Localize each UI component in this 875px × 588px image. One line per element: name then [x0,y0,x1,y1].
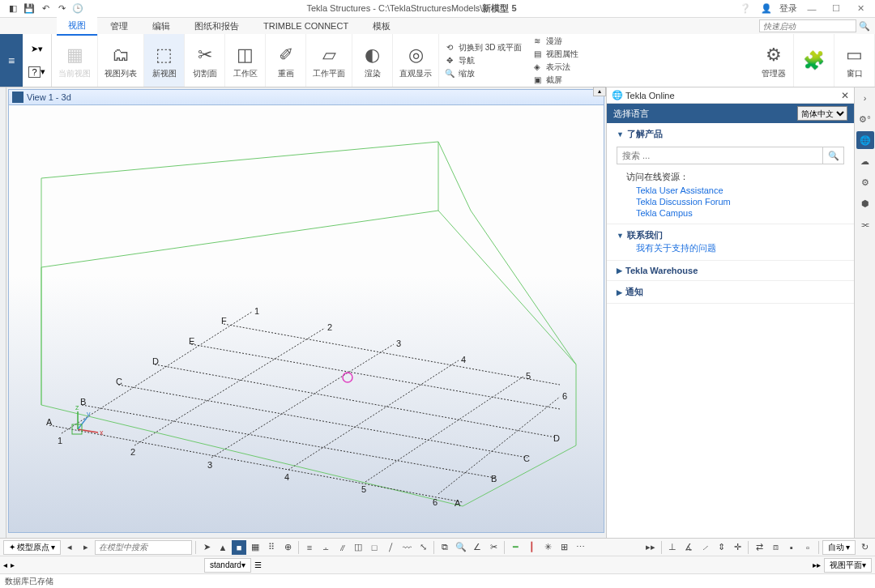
file-menu[interactable]: ≡ [0,34,23,87]
tab-view[interactable]: 视图 [57,17,97,36]
section-contact[interactable]: ▼联系我们 我有关于支持的问题 [607,224,854,261]
quick-launch-input[interactable] [759,19,856,32]
refresh-icon[interactable]: ↻ [857,540,872,555]
snap-flip-icon[interactable]: ⇄ [752,540,766,555]
close-button[interactable]: ✕ [851,3,870,14]
tool-grid-icon[interactable]: ▦ [248,540,262,555]
next-icon[interactable]: ▸ [79,540,93,555]
tool-square-icon[interactable]: □ [367,540,382,555]
ribbon-manager[interactable]: ⚙管理器 [753,34,794,87]
link-campus[interactable]: Tekla Campus [636,207,844,219]
ribbon-window[interactable]: ▭窗口 [834,34,875,87]
help-icon[interactable]: ❔ [737,2,753,16]
online-search-input[interactable] [617,147,823,164]
snap-line-icon[interactable]: ⟋ [698,540,712,555]
navigate[interactable]: ✥导航 [444,55,522,66]
snap-angle-icon[interactable]: ∡ [681,540,696,555]
section-learn[interactable]: ▼了解产品 🔍 访问在线资源： Tekla User Assistance Te… [607,123,854,224]
tool-center-icon[interactable]: ⊕ [280,540,295,555]
switch-3d-plane[interactable]: ⟲切换到 3D 或平面 [444,42,522,53]
save-icon[interactable]: 💾 [21,2,37,16]
tool-dash-icon[interactable]: ⤡ [416,540,430,555]
tool-align-icon[interactable]: ⫠ [318,540,333,555]
model-search-input[interactable] [95,540,192,555]
tab-edit[interactable]: 编辑 [141,18,181,35]
tool-arrow-icon[interactable]: ➤ [199,540,214,555]
ribbon-new-view[interactable]: ⬚新视图 [144,34,185,87]
snap-axis-icon[interactable]: ✛ [730,540,745,555]
view-header[interactable]: View 1 - 3d [8,89,604,105]
panel-close-button[interactable]: ✕ [841,90,849,101]
tool-cut-icon[interactable]: ✂ [486,540,501,555]
origin-dropdown[interactable]: ✦模型原点 ▾ [3,540,61,555]
tool-vline-icon[interactable]: ┃ [524,540,539,555]
tool-para-icon[interactable]: ⫽ [335,540,349,555]
maximize-button[interactable]: ☐ [826,3,846,14]
screenshot[interactable]: ▣截屏 [531,75,578,86]
filter-icon[interactable]: ☰ [254,560,262,569]
tool-merge-icon[interactable]: ⧉ [438,540,452,555]
side-cloud-icon[interactable]: ☁ [856,152,874,170]
view-canvas[interactable]: A B C D E F 1 2 3 4 5 6 A B C [8,105,604,533]
ribbon-view-list[interactable]: 🗂视图列表 [98,34,144,87]
tool-frame-icon[interactable]: ◫ [351,540,365,555]
login-link[interactable]: 登录 [779,2,797,15]
collapse-panel-button[interactable]: ▴ [593,87,606,96]
section-warehouse[interactable]: ▶Tekla Warehouse [607,261,854,281]
viewplane-dropdown[interactable]: 视图平面▾ [824,558,872,573]
tool-up-icon[interactable]: ▲ [216,540,230,555]
tool-list-icon[interactable]: ≡ [302,540,317,555]
next2b-icon[interactable]: ▸▸ [813,560,821,569]
snap-mirror-icon[interactable]: ⧈ [768,540,783,555]
tab-drawings[interactable]: 图纸和报告 [183,18,250,35]
fly[interactable]: ≋漫游 [531,36,578,47]
minimize-button[interactable]: — [802,4,822,14]
undo-icon[interactable]: ↶ [37,2,53,16]
ribbon-component[interactable]: 🧩 [794,34,834,87]
quick-launch[interactable]: 🔍 [759,19,870,32]
snap-point-icon[interactable]: ▪ [784,540,799,555]
tool-zoom-icon[interactable]: 🔍 [454,540,468,555]
side-settings-icon[interactable]: ⚙° [856,110,874,128]
user-icon[interactable]: 👤 [758,2,775,16]
standard-dropdown[interactable]: standard ▾ [204,558,251,573]
online-search-button[interactable]: 🔍 [823,147,844,164]
prev2-icon[interactable]: ◂ [3,560,7,569]
ribbon-visualize[interactable]: ◎直观显示 [393,34,439,87]
tool-slash-icon[interactable]: ⧸ [383,540,398,555]
side-globe-icon[interactable]: 🌐 [856,131,874,149]
tool-angle-icon[interactable]: ∠ [470,540,484,555]
side-box-icon[interactable]: ⬢ [856,194,874,212]
side-gear-icon[interactable]: ⚙ [856,173,874,191]
side-expand-icon[interactable]: › [856,89,874,107]
zoom[interactable]: 🔍缩放 [444,68,522,79]
ribbon-work-plane[interactable]: ▱工作平面 [306,34,352,87]
tool-dots-icon[interactable]: ⠿ [264,540,279,555]
link-user-assistance[interactable]: Tekla User Assistance [636,185,844,196]
link-support-question[interactable]: 我有关于支持的问题 [636,241,844,255]
ribbon-redraw[interactable]: ✐重画 [266,34,306,87]
arrow-dropdown[interactable]: ➤▾ [31,44,43,54]
tool-xyz-icon[interactable]: ✳ [540,540,555,555]
tool-hline-icon[interactable]: ━ [508,540,523,555]
language-select[interactable]: 简体中文 [797,106,847,121]
quick-search-icon[interactable]: 🔍 [859,21,870,31]
expand-right-icon[interactable]: ▸▸ [643,540,658,555]
redo-icon[interactable]: ↷ [53,2,70,16]
tab-template[interactable]: 模板 [361,18,402,35]
tool-more-icon[interactable]: ⋯ [573,540,587,555]
ribbon-work-area[interactable]: ◫工作区 [225,34,266,87]
history-icon[interactable]: 🕒 [70,2,86,16]
section-notify[interactable]: ▶通知 [607,281,854,304]
snap-height-icon[interactable]: ⇕ [714,540,728,555]
tool-path-icon[interactable]: 〰 [399,540,414,555]
tab-manage[interactable]: 管理 [99,18,139,35]
help-dropdown[interactable]: ?▾ [28,66,45,78]
snap-rect-icon[interactable]: ▫ [800,540,815,555]
ribbon-rendering[interactable]: ◐渲染 [352,34,393,87]
link-discussion-forum[interactable]: Tekla Discussion Forum [636,196,844,207]
tab-trimble-connect[interactable]: TRIMBLE CONNECT [252,19,360,33]
ribbon-clip-plane[interactable]: ✂切割面 [185,34,225,87]
representation[interactable]: ◈表示法 [531,62,578,73]
prev-icon[interactable]: ◂ [62,540,77,555]
